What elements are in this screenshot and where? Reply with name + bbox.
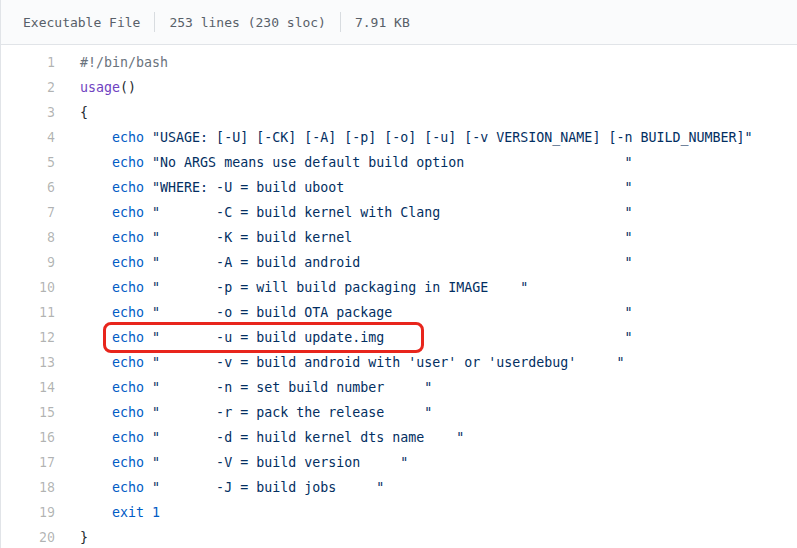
code-line: 20}	[1, 525, 797, 548]
code-text: echo "WHERE: -U = build uboot "	[55, 175, 632, 200]
line-number[interactable]: 15	[1, 400, 55, 425]
code-line: 16 echo " -d = huild kernel dts name "	[1, 425, 797, 450]
code-text: echo " -p = will build packaging in IMAG…	[55, 275, 528, 300]
code-line: 2usage()	[1, 75, 797, 100]
line-number[interactable]: 20	[1, 525, 55, 548]
code-line: 14 echo " -n = set build number "	[1, 375, 797, 400]
code-line: 9 echo " -A = build android "	[1, 250, 797, 275]
file-size-label: 7.91 KB	[355, 15, 410, 30]
code-line: 6 echo "WHERE: -U = build uboot "	[1, 175, 797, 200]
line-number[interactable]: 1	[1, 50, 55, 75]
line-number[interactable]: 7	[1, 200, 55, 225]
line-number[interactable]: 5	[1, 150, 55, 175]
line-number[interactable]: 6	[1, 175, 55, 200]
code-line: 8 echo " -K = build kernel "	[1, 225, 797, 250]
file-mode-label: Executable File	[23, 15, 140, 30]
line-number[interactable]: 16	[1, 425, 55, 450]
code-line: 10 echo " -p = will build packaging in I…	[1, 275, 797, 300]
code-line: 13 echo " -v = build android with 'user'…	[1, 350, 797, 375]
code-text: echo " -n = set build number "	[55, 375, 432, 400]
line-number[interactable]: 3	[1, 100, 55, 125]
line-number[interactable]: 19	[1, 500, 55, 525]
code-line: 1#!/bin/bash	[1, 50, 797, 75]
code-line: 7 echo " -C = build kernel with Clang "	[1, 200, 797, 225]
code-line: 18 echo " -J = build jobs "	[1, 475, 797, 500]
code-line: 15 echo " -r = pack the release "	[1, 400, 797, 425]
line-number[interactable]: 2	[1, 75, 55, 100]
code-text: #!/bin/bash	[55, 50, 168, 75]
code-text: echo " -u = build update.img "	[55, 325, 632, 350]
line-number[interactable]: 4	[1, 125, 55, 150]
code-text: echo " -o = build OTA package "	[55, 300, 632, 325]
code-line: 5 echo "No ARGS means use default build …	[1, 150, 797, 175]
code-text: usage()	[55, 75, 136, 100]
line-number[interactable]: 12	[1, 325, 55, 350]
code-text: echo " -d = huild kernel dts name "	[55, 425, 464, 450]
code-line: 3{	[1, 100, 797, 125]
code-line: 11 echo " -o = build OTA package "	[1, 300, 797, 325]
file-info-bar: Executable File 253 lines (230 sloc) 7.9…	[1, 0, 797, 45]
line-number[interactable]: 14	[1, 375, 55, 400]
line-number[interactable]: 18	[1, 475, 55, 500]
code-text: echo " -r = pack the release "	[55, 400, 432, 425]
code-viewer: 1#!/bin/bash2usage()3{4 echo "USAGE: [-U…	[1, 45, 797, 548]
code-text: echo " -J = build jobs "	[55, 475, 384, 500]
line-number[interactable]: 10	[1, 275, 55, 300]
code-line: 4 echo "USAGE: [-U] [-CK] [-A] [-p] [-o]…	[1, 125, 797, 150]
line-number[interactable]: 9	[1, 250, 55, 275]
code-text: echo " -v = build android with 'user' or…	[55, 350, 624, 375]
line-number[interactable]: 8	[1, 225, 55, 250]
code-line: 19 exit 1	[1, 500, 797, 525]
code-text: echo " -V = build version "	[55, 450, 408, 475]
code-line: 17 echo " -V = build version "	[1, 450, 797, 475]
line-number[interactable]: 17	[1, 450, 55, 475]
code-text: exit 1	[55, 500, 160, 525]
code-text: echo " -C = build kernel with Clang "	[55, 200, 632, 225]
file-viewer: Executable File 253 lines (230 sloc) 7.9…	[0, 0, 797, 548]
code-text: echo "No ARGS means use default build op…	[55, 150, 632, 175]
code-text: {	[55, 100, 88, 125]
header-divider	[340, 12, 341, 32]
code-text: echo " -K = build kernel "	[55, 225, 632, 250]
line-number[interactable]: 13	[1, 350, 55, 375]
code-line: 12 echo " -u = build update.img "	[1, 325, 797, 350]
code-lines: 1#!/bin/bash2usage()3{4 echo "USAGE: [-U…	[1, 50, 797, 548]
file-lines-info: 253 lines (230 sloc)	[169, 15, 326, 30]
header-divider	[154, 12, 155, 32]
code-text: echo "USAGE: [-U] [-CK] [-A] [-p] [-o] […	[55, 125, 752, 150]
line-number[interactable]: 11	[1, 300, 55, 325]
code-text: echo " -A = build android "	[55, 250, 632, 275]
code-text: }	[55, 525, 88, 548]
